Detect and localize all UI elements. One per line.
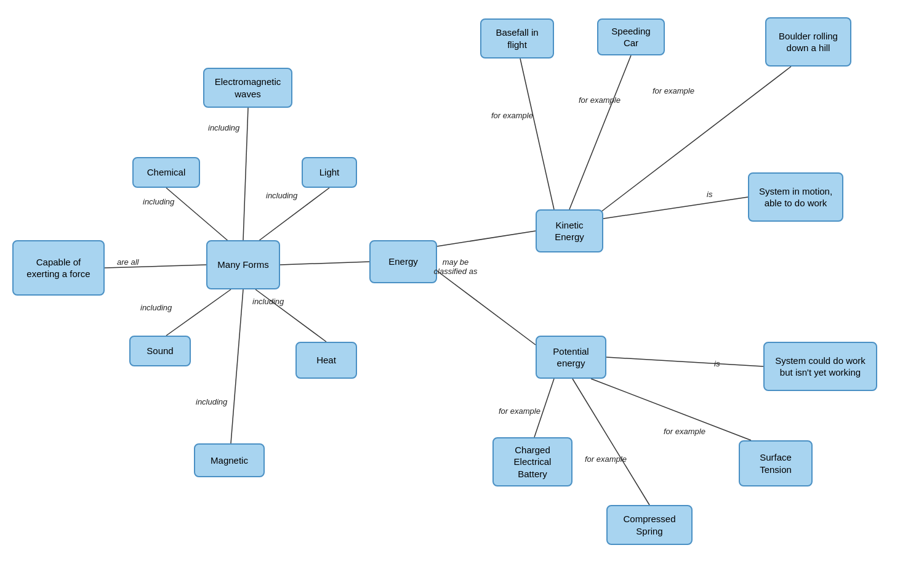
label-kinetic-speeding: for example	[579, 95, 621, 105]
svg-line-12	[569, 55, 631, 209]
node-potential-energy: Potential energy	[536, 336, 606, 379]
node-kinetic-energy: Kinetic Energy	[536, 209, 603, 252]
label-energy-classified: may be classified as	[431, 257, 480, 276]
svg-line-10	[603, 197, 748, 219]
label-many-to-light: including	[266, 191, 297, 200]
node-heat: Heat	[295, 342, 357, 379]
node-speeding-car: Speeding Car	[597, 18, 665, 55]
svg-line-11	[520, 59, 554, 209]
label-many-to-chemical: including	[143, 197, 174, 206]
label-potential-is: is	[714, 359, 720, 368]
label-many-to-heat: including	[252, 297, 284, 306]
node-system-motion: System in motion, able to do work	[748, 172, 843, 222]
node-magnetic: Magnetic	[194, 443, 265, 477]
svg-line-8	[437, 231, 536, 246]
label-kinetic-boulder: for example	[653, 86, 694, 95]
node-charged-battery: Charged Electrical Battery	[492, 437, 572, 486]
svg-line-7	[280, 262, 369, 265]
node-energy: Energy	[369, 240, 437, 283]
label-are-all: are all	[117, 257, 139, 267]
svg-line-2	[166, 188, 231, 243]
label-kinetic-is: is	[707, 190, 712, 199]
svg-line-9	[437, 271, 536, 345]
concept-map: Capable of exerting a force Many Forms E…	[0, 0, 924, 569]
label-many-to-sound: including	[140, 303, 172, 312]
svg-line-14	[606, 357, 763, 366]
label-kinetic-baseball: for example	[491, 111, 533, 120]
node-baseball: Basefall in flight	[480, 18, 554, 59]
svg-line-1	[243, 108, 248, 240]
label-many-to-magnetic: including	[196, 397, 227, 406]
node-boulder: Boulder rolling down a hill	[765, 17, 851, 67]
node-capable: Capable of exerting a force	[12, 240, 105, 296]
node-many-forms: Many Forms	[206, 240, 280, 289]
node-compressed-spring: Compressed Spring	[606, 505, 693, 545]
label-potential-surface: for example	[664, 427, 705, 436]
node-sound: Sound	[129, 336, 191, 366]
svg-line-6	[231, 289, 243, 443]
node-system-could: System could do work but isn't yet worki…	[763, 342, 877, 391]
label-many-to-electro: including	[208, 123, 239, 132]
node-electromagnetic: Electromagnetic waves	[203, 68, 292, 108]
label-potential-charged: for example	[499, 406, 540, 416]
svg-line-4	[166, 289, 231, 336]
svg-line-16	[572, 379, 649, 505]
label-potential-spring: for example	[585, 454, 627, 464]
node-surface-tension: Surface Tension	[739, 440, 813, 486]
node-chemical: Chemical	[132, 157, 200, 188]
node-light: Light	[302, 157, 357, 188]
